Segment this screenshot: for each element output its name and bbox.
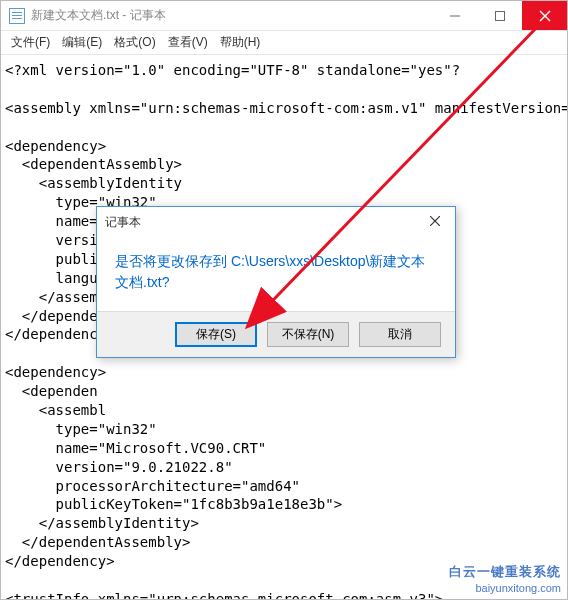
watermark-line2: baiyunxitong.com <box>449 581 561 595</box>
dont-save-button[interactable]: 不保存(N) <box>267 322 349 347</box>
watermark-line1: 白云一键重装系统 <box>449 564 561 581</box>
save-dialog: 记事本 是否将更改保存到 C:\Users\xxs\Desktop\新建文本文档… <box>96 206 456 358</box>
minimize-button[interactable] <box>432 1 477 30</box>
menu-format[interactable]: 格式(O) <box>108 34 161 51</box>
close-button[interactable] <box>522 1 567 30</box>
menu-edit[interactable]: 编辑(E) <box>56 34 108 51</box>
menubar: 文件(F) 编辑(E) 格式(O) 查看(V) 帮助(H) <box>1 31 567 55</box>
cancel-button[interactable]: 取消 <box>359 322 441 347</box>
menu-help[interactable]: 帮助(H) <box>214 34 267 51</box>
dialog-title: 记事本 <box>105 214 141 231</box>
menu-view[interactable]: 查看(V) <box>162 34 214 51</box>
close-icon <box>430 216 440 226</box>
maximize-button[interactable] <box>477 1 522 30</box>
svg-rect-1 <box>495 11 504 20</box>
dialog-message: 是否将更改保存到 C:\Users\xxs\Desktop\新建文本文档.txt… <box>97 237 455 311</box>
watermark: 白云一键重装系统 baiyunxitong.com <box>449 564 561 595</box>
titlebar: 新建文本文档.txt - 记事本 <box>1 1 567 31</box>
dialog-titlebar: 记事本 <box>97 207 455 237</box>
dialog-close-button[interactable] <box>423 215 447 229</box>
save-button[interactable]: 保存(S) <box>175 322 257 347</box>
notepad-icon <box>9 8 25 24</box>
dialog-buttons: 保存(S) 不保存(N) 取消 <box>97 311 455 357</box>
window-title: 新建文本文档.txt - 记事本 <box>31 7 432 24</box>
window-controls <box>432 1 567 30</box>
menu-file[interactable]: 文件(F) <box>5 34 56 51</box>
